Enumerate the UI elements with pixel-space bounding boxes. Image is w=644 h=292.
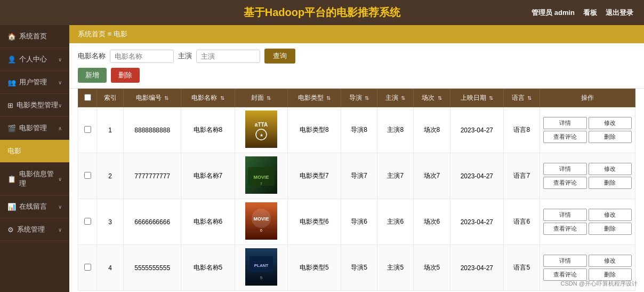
row-date: 2023-04-27 (450, 245, 504, 291)
row-session: 场次6 (414, 199, 450, 245)
breadcrumb-home[interactable]: 系统首页 (78, 30, 106, 38)
sidebar-item-users-label: 用户管理 (19, 77, 58, 87)
delete-button[interactable]: 删除 (589, 223, 632, 235)
row-director: 导演5 (341, 245, 377, 291)
toolbar: 电影名称 主演 查询 新增 删除 (69, 43, 644, 89)
chevron-down-icon-5: ∨ (58, 204, 62, 210)
dashboard-link[interactable]: 看板 (583, 8, 597, 18)
sidebar-item-categories[interactable]: ⊞ 电影类型管理 ∨ (0, 94, 69, 117)
batch-delete-button[interactable]: 删除 (111, 68, 140, 83)
header-title: 基于Hadoop平台的电影推荐系统 (244, 6, 400, 18)
delete-button[interactable]: 删除 (589, 131, 632, 143)
row-actor: 主演7 (377, 153, 414, 199)
row-index: 1 (97, 107, 124, 153)
sidebar-item-users[interactable]: 👥 用户管理 ∨ (0, 71, 69, 94)
table-row: 2 7777777777 电影名称7 MOVIE 7 电影类型7 导演7 主演7… (78, 153, 635, 199)
movie-name-input[interactable] (110, 50, 174, 63)
row-checkbox (78, 107, 97, 153)
add-button[interactable]: 新增 (78, 68, 107, 83)
chevron-down-icon-3: ∨ (58, 102, 62, 108)
row-actions: 详情 修改 查看评论 删除 (540, 245, 635, 291)
row-poster: MOVIE 7 (235, 153, 287, 199)
row-code: 5555555555 (124, 245, 181, 291)
row-type: 电影类型6 (287, 199, 341, 245)
detail-button[interactable]: 详情 (543, 163, 586, 175)
actor-input[interactable] (196, 50, 260, 63)
home-icon: 🏠 (7, 33, 16, 41)
col-director: 导演 ⇅ (341, 89, 377, 107)
sidebar: 🏠 系统首页 👤 个人中心 ∨ 👥 用户管理 ∨ ⊞ 电影类型管理 ∨ 🎬 电影… (0, 25, 69, 292)
edit-button[interactable]: 修改 (589, 209, 632, 221)
table-row: 4 5555555555 电影名称5 PLANT 5 电影类型5 导演5 主演5… (78, 245, 635, 291)
row-actions: 详情 修改 查看评论 删除 (540, 107, 635, 153)
sidebar-item-home[interactable]: 🏠 系统首页 (0, 25, 69, 48)
sidebar-item-online-label: 在线留言 (19, 202, 58, 211)
sidebar-item-home-label: 系统首页 (19, 31, 62, 41)
row-poster: MOVIE 6 (235, 199, 287, 245)
users-icon: 👥 (7, 78, 16, 86)
edit-button[interactable]: 修改 (589, 117, 632, 129)
row-director: 导演6 (341, 199, 377, 245)
edit-button[interactable]: 修改 (589, 163, 632, 175)
sidebar-item-movies[interactable]: 电影 (0, 140, 69, 163)
chevron-down-icon-6: ∨ (58, 227, 62, 233)
col-name: 电影名称 ⇅ (181, 89, 235, 107)
row-name: 电影名称5 (181, 245, 235, 291)
online-icon: 📊 (7, 203, 16, 211)
row-name: 电影名称8 (181, 107, 235, 153)
svg-text:MOVIE: MOVIE (253, 216, 269, 222)
sidebar-item-movies-mgmt-label: 电影管理 (19, 123, 58, 133)
row-director: 导演8 (341, 107, 377, 153)
row-actor: 主演5 (377, 245, 414, 291)
svg-text:PLANT: PLANT (254, 263, 268, 268)
sidebar-item-system-label: 系统管理 (17, 225, 58, 234)
row-language: 语言6 (504, 199, 540, 245)
comment-button[interactable]: 查看评论 (543, 269, 586, 281)
chevron-up-icon: ∧ (58, 125, 62, 131)
edit-button[interactable]: 修改 (589, 255, 632, 267)
row-code: 6666666666 (124, 199, 181, 245)
sidebar-item-system[interactable]: ⚙ 系统管理 ∨ (0, 218, 69, 241)
sidebar-item-movie-info[interactable]: 📋 电影信息管理 ∨ (0, 163, 69, 195)
sidebar-item-online[interactable]: 📊 在线留言 ∨ (0, 195, 69, 218)
row-index: 3 (97, 199, 124, 245)
breadcrumb-separator: ≡ (108, 30, 114, 38)
row-actions: 详情 修改 查看评论 删除 (540, 153, 635, 199)
chevron-down-icon-2: ∨ (58, 80, 62, 85)
col-language: 语言 ⇅ (504, 89, 540, 107)
select-all-checkbox[interactable] (84, 94, 91, 101)
sidebar-item-movies-mgmt[interactable]: 🎬 电影管理 ∧ (0, 117, 69, 140)
comment-button[interactable]: 查看评论 (543, 223, 586, 235)
svg-text:7: 7 (260, 182, 262, 186)
detail-button[interactable]: 详情 (543, 117, 586, 129)
row-language: 语言8 (504, 107, 540, 153)
svg-text:MOVIE: MOVIE (253, 175, 269, 180)
actor-label: 主演 (178, 51, 192, 61)
sidebar-item-profile[interactable]: 👤 个人中心 ∨ (0, 48, 69, 71)
grid-icon: ⊞ (7, 101, 13, 109)
row-session: 场次5 (414, 245, 450, 291)
comment-button[interactable]: 查看评论 (543, 131, 586, 143)
table-row: 1 8888888888 电影名称8 aTTA ★ 电影类型8 导演8 主演8 … (78, 107, 635, 153)
delete-button[interactable]: 删除 (589, 269, 632, 281)
row-actor: 主演6 (377, 199, 414, 245)
comment-button[interactable]: 查看评论 (543, 177, 586, 189)
row-select-checkbox[interactable] (84, 172, 91, 179)
col-type: 电影类型 ⇅ (287, 89, 341, 107)
detail-button[interactable]: 详情 (543, 255, 586, 267)
logout-link[interactable]: 退出登录 (606, 8, 633, 18)
detail-button[interactable]: 详情 (543, 209, 586, 221)
row-index: 2 (97, 153, 124, 199)
breadcrumb-current: 电影 (114, 30, 127, 38)
row-language: 语言5 (504, 245, 540, 291)
search-row: 电影名称 主演 查询 (78, 49, 635, 64)
row-session: 场次8 (414, 107, 450, 153)
sidebar-item-profile-label: 个人中心 (19, 54, 58, 64)
delete-button[interactable]: 删除 (589, 177, 632, 189)
col-code: 电影编号 ⇅ (124, 89, 181, 107)
system-icon: ⚙ (7, 226, 14, 234)
row-select-checkbox[interactable] (84, 218, 91, 225)
row-select-checkbox[interactable] (84, 264, 91, 271)
search-button[interactable]: 查询 (264, 49, 295, 64)
row-select-checkbox[interactable] (84, 126, 91, 133)
